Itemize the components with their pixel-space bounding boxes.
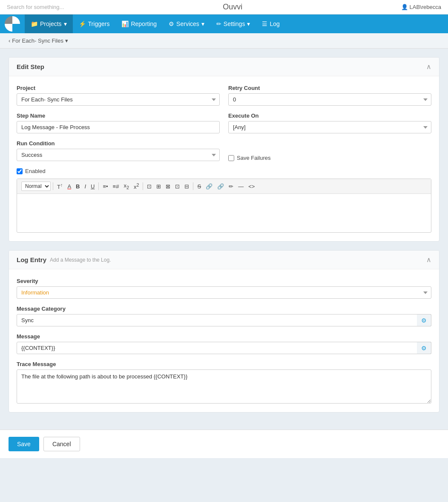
toolbar-ordered-list[interactable]: ≡# [111, 183, 121, 190]
format-select[interactable]: NormalH1H2H3H4 [21, 182, 51, 191]
project-label: Project [17, 85, 220, 91]
toolbar-font-size[interactable]: T↑ [55, 182, 64, 190]
toolbar-unordered-list[interactable]: ≡• [101, 183, 109, 190]
enabled-label: Enabled [25, 168, 46, 174]
log-entry-collapse-icon[interactable]: ∧ [426, 256, 431, 264]
nav-item-triggers[interactable]: ⚡ Triggers [73, 14, 116, 33]
form-row-3: Run Condition SuccessFailureAlways Save … [17, 140, 431, 161]
step-name-group: Step Name [17, 113, 220, 133]
toolbar-separator-4 [193, 182, 193, 190]
nav-projects-label: Projects [40, 20, 62, 27]
reporting-icon: 📊 [121, 20, 129, 27]
save-failures-checkbox[interactable] [228, 155, 234, 161]
message-input-wrapper: ⚙ [17, 342, 431, 354]
nav-triggers-label: Triggers [88, 20, 110, 27]
step-name-label: Step Name [17, 113, 220, 119]
message-input[interactable] [17, 342, 431, 354]
gear-icon: ⚙ [421, 317, 427, 324]
toolbar-underline[interactable]: U [89, 183, 96, 190]
navbar: 📁 Projects ▾ ⚡ Triggers 📊 Reporting ⚙ Se… [0, 14, 448, 33]
message-category-input[interactable] [17, 314, 431, 326]
nav-services-label: Services [176, 20, 199, 27]
message-category-settings-btn[interactable]: ⚙ [417, 314, 431, 326]
user-label: LAB\rebecca [401, 4, 441, 10]
message-settings-btn[interactable]: ⚙ [417, 342, 431, 354]
toolbar-horizontal-rule[interactable]: — [236, 183, 245, 190]
toolbar-separator-2 [98, 182, 99, 190]
cancel-button[interactable]: Cancel [43, 437, 80, 451]
breadcrumb-link[interactable]: For Each- Sync Files [12, 38, 63, 44]
toolbar-highlight[interactable]: ✏ [227, 183, 235, 190]
severity-select[interactable]: InformationWarningErrorDebug [17, 286, 431, 299]
log-entry-title: Log Entry [17, 256, 46, 263]
main-content: Edit Step ∧ Project For Each- Sync Files… [0, 49, 448, 430]
save-button[interactable]: Save [9, 437, 39, 451]
nav-item-projects[interactable]: 📁 Projects ▾ [25, 14, 73, 33]
services-dropdown-icon: ▾ [201, 20, 204, 27]
execute-on-select[interactable]: [Any]SuccessFailure [228, 121, 431, 133]
project-select[interactable]: For Each- Sync Files [17, 93, 220, 106]
settings-icon: ✏ [216, 20, 221, 27]
projects-icon: 📁 [31, 20, 38, 27]
breadcrumb-back-arrow: ‹ [9, 38, 10, 44]
editor-content-area[interactable] [17, 194, 431, 232]
edit-step-title: Edit Step [17, 63, 44, 70]
severity-group: Severity InformationWarningErrorDebug [17, 278, 431, 299]
services-icon: ⚙ [169, 20, 174, 27]
toolbar-align-right[interactable]: ⊡ [173, 183, 181, 190]
toolbar-font-color[interactable]: A [66, 183, 73, 190]
topbar: Search for something... Ouvvi LAB\rebecc… [0, 0, 448, 14]
toolbar-superscript[interactable]: x2 [132, 182, 141, 190]
form-row-2: Step Name Execute On [Any]SuccessFailure [17, 113, 431, 133]
nav-log-label: Log [270, 20, 279, 27]
save-failures-group: Save Failures [228, 140, 431, 161]
toolbar-subscript[interactable]: x2 [122, 182, 131, 190]
nav-settings-label: Settings [224, 20, 245, 27]
execute-on-label: Execute On [228, 113, 431, 119]
run-condition-label: Run Condition [17, 140, 220, 147]
step-name-input[interactable] [17, 121, 220, 133]
toolbar-separator-1 [53, 182, 53, 190]
nav-item-log[interactable]: ☰ Log [256, 14, 285, 33]
toolbar-strikethrough[interactable]: S [195, 183, 203, 190]
toolbar-align-center[interactable]: ⊠ [164, 183, 172, 190]
enabled-checkbox[interactable] [17, 168, 23, 174]
form-row-1: Project For Each- Sync Files Retry Count… [17, 85, 431, 106]
collapse-icon[interactable]: ∧ [426, 63, 431, 71]
nav-item-services[interactable]: ⚙ Services ▾ [163, 14, 210, 33]
log-icon: ☰ [262, 20, 267, 27]
save-failures-row: Save Failures [228, 155, 431, 161]
toolbar-bold[interactable]: B [74, 183, 81, 190]
message-group: Message ⚙ [17, 333, 431, 354]
toolbar-italic[interactable]: I [83, 183, 88, 190]
message-category-input-wrapper: ⚙ [17, 314, 431, 326]
toolbar-align-left[interactable]: ⊞ [155, 183, 163, 190]
breadcrumb-dropdown-icon[interactable]: ▾ [65, 38, 68, 44]
retry-count-group: Retry Count 01235 [228, 85, 431, 106]
trace-message-textarea[interactable]: The file at the following path is about … [17, 369, 431, 404]
triggers-icon: ⚡ [79, 20, 86, 27]
toolbar-link[interactable]: 🔗 [204, 183, 214, 190]
rich-editor: NormalH1H2H3H4 T↑ A B I U ≡• ≡# x2 x2 ⊡ … [17, 179, 431, 233]
nav-item-settings[interactable]: ✏ Settings ▾ [210, 14, 256, 33]
nav-item-reporting[interactable]: 📊 Reporting [115, 14, 163, 33]
toolbar-unlink[interactable]: 🔗 [215, 183, 226, 190]
logo-image [5, 16, 20, 32]
retry-count-label: Retry Count [228, 85, 431, 91]
log-entry-header: Log Entry Add a Message to the Log. ∧ [9, 251, 439, 269]
message-category-group: Message Category ⚙ [17, 306, 431, 326]
execute-on-group: Execute On [Any]SuccessFailure [228, 113, 431, 133]
footer-bar: Save Cancel [0, 430, 448, 458]
message-category-label: Message Category [17, 306, 431, 312]
retry-count-select[interactable]: 01235 [228, 93, 431, 106]
toolbar-separator-3 [143, 182, 143, 190]
search-input[interactable]: Search for something... [7, 4, 64, 10]
run-condition-group: Run Condition SuccessFailureAlways [17, 140, 220, 161]
toolbar-align-justify[interactable]: ⊟ [183, 183, 191, 190]
edit-step-card: Edit Step ∧ Project For Each- Sync Files… [9, 57, 439, 242]
run-condition-select[interactable]: SuccessFailureAlways [17, 149, 220, 161]
toolbar-indent-left[interactable]: ⊡ [145, 183, 153, 190]
toolbar-source[interactable]: <> [247, 183, 256, 190]
project-group: Project For Each- Sync Files [17, 85, 220, 106]
save-failures-label: Save Failures [237, 155, 270, 161]
